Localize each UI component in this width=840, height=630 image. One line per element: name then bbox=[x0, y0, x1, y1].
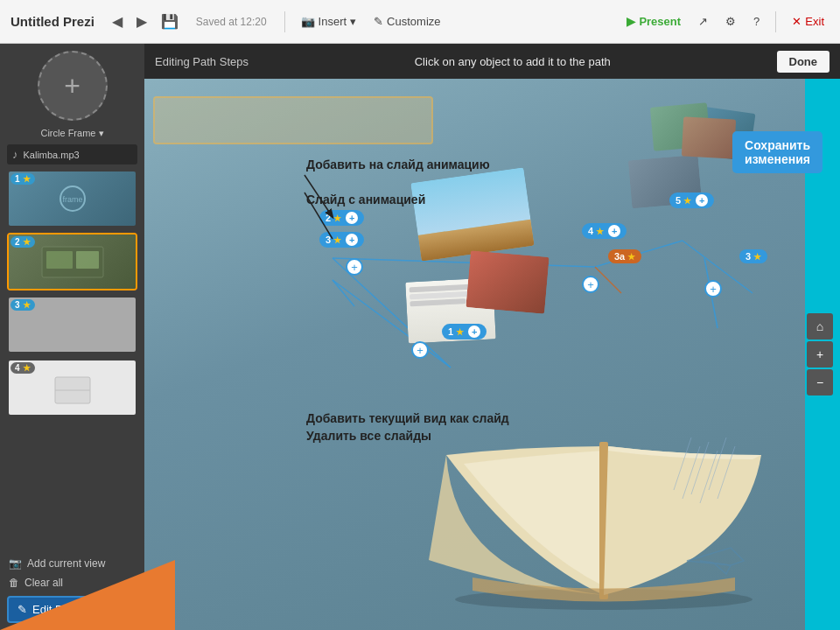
present-play-icon: ▶ bbox=[626, 15, 635, 28]
svg-line-17 bbox=[332, 258, 595, 267]
save-status: Saved at 12:20 bbox=[196, 16, 267, 28]
music-icon: ♪ bbox=[12, 148, 18, 161]
highlight-box-1 bbox=[153, 96, 433, 144]
share-button[interactable]: ↗ bbox=[693, 11, 713, 32]
settings-button[interactable]: ⚙ bbox=[720, 11, 741, 32]
plus-icon: + bbox=[64, 70, 80, 102]
node-2-num: 2 bbox=[326, 213, 331, 223]
redo-button[interactable]: ▶ bbox=[133, 11, 150, 32]
node-3r-star: ★ bbox=[753, 252, 761, 262]
node-3-num: 3 bbox=[326, 234, 331, 245]
path-plus-3[interactable]: + bbox=[704, 280, 722, 298]
insert-icon: 📷 bbox=[301, 15, 315, 28]
canvas-nav: ⌂ + − bbox=[807, 313, 833, 396]
sidebar: + Circle Frame ▾ ♪ Kalimba.mp3 1 ★ frame bbox=[0, 44, 144, 630]
airplane-sketch bbox=[682, 543, 752, 582]
separator bbox=[284, 11, 285, 32]
frame-label: Circle Frame ▾ bbox=[7, 128, 137, 139]
slide-item-3[interactable]: 3 ★ bbox=[7, 296, 137, 354]
help-button[interactable]: ? bbox=[748, 11, 765, 32]
main-layout: + Circle Frame ▾ ♪ Kalimba.mp3 1 ★ frame bbox=[0, 44, 840, 630]
star-icon-2: ★ bbox=[23, 237, 31, 247]
node-3-plus[interactable]: + bbox=[346, 234, 358, 246]
star-icon-3: ★ bbox=[23, 300, 31, 310]
path-node-3a[interactable]: 3a ★ bbox=[608, 249, 641, 263]
help-icon: ? bbox=[753, 15, 760, 28]
path-node-3[interactable]: 3 ★ + bbox=[319, 232, 364, 248]
path-plus-4[interactable]: + bbox=[411, 341, 429, 359]
insert-button[interactable]: 📷 Insert ▾ bbox=[296, 11, 362, 32]
annotation-slide-animation: Слайд с анимацией bbox=[306, 192, 425, 206]
slide-item-1[interactable]: 1 ★ frame bbox=[7, 170, 137, 228]
svg-line-15 bbox=[731, 548, 744, 561]
path-plus-2[interactable]: + bbox=[582, 276, 599, 293]
node-5-num: 5 bbox=[676, 195, 681, 206]
star-icon-1: ★ bbox=[23, 174, 31, 184]
path-plus-1[interactable]: + bbox=[346, 258, 363, 276]
save-button[interactable]: 💾 bbox=[158, 11, 182, 32]
node-4-plus[interactable]: + bbox=[608, 225, 620, 237]
svg-line-21 bbox=[595, 267, 621, 293]
svg-text:frame: frame bbox=[62, 195, 82, 204]
audio-filename: Kalimba.mp3 bbox=[24, 150, 80, 160]
audio-bar[interactable]: ♪ Kalimba.mp3 bbox=[7, 144, 137, 164]
slide-num-2: 2 bbox=[15, 237, 20, 247]
canvas-zoom-out-button[interactable]: − bbox=[807, 369, 833, 396]
star-icon-4: ★ bbox=[23, 363, 31, 373]
canvas-zoom-in-button[interactable]: + bbox=[807, 341, 833, 368]
gear-icon: ⚙ bbox=[725, 15, 736, 28]
node-4-star: ★ bbox=[596, 227, 604, 236]
node-1-star: ★ bbox=[456, 327, 464, 337]
done-button[interactable]: Done bbox=[777, 51, 830, 73]
slide-badge-1: 1 ★ bbox=[10, 173, 35, 185]
node-5-plus[interactable]: + bbox=[696, 194, 708, 206]
undo-button[interactable]: ◀ bbox=[108, 11, 126, 32]
slide-badge-3: 3 ★ bbox=[10, 299, 35, 311]
path-node-2[interactable]: 2 ★ + bbox=[319, 210, 364, 226]
separator2 bbox=[775, 11, 776, 32]
slide-item-2[interactable]: 2 ★ bbox=[7, 233, 137, 290]
slide-num-1: 1 bbox=[15, 174, 20, 184]
topbar: Untitled Prezi ◀ ▶ 💾 Saved at 12:20 📷 In… bbox=[0, 0, 840, 44]
path-node-3r[interactable]: 3 ★ bbox=[739, 249, 767, 263]
canvas-home-button[interactable]: ⌂ bbox=[807, 313, 833, 340]
customize-icon: ✎ bbox=[374, 15, 383, 28]
annotation-delete-all: Удалить все слайды bbox=[306, 429, 431, 443]
path-bar-hint: Click on any object to add it to the pat… bbox=[248, 55, 777, 68]
node-3r-num: 3 bbox=[746, 251, 751, 262]
frame-dropdown-icon: ▾ bbox=[99, 128, 104, 138]
node-1-plus[interactable]: + bbox=[468, 326, 480, 338]
slide-badge-2: 2 ★ bbox=[10, 236, 35, 248]
node-3a-star: ★ bbox=[627, 252, 635, 262]
customize-button[interactable]: ✎ Customize bbox=[368, 11, 445, 32]
annotation-add-animation: Добавить на слайд анимацию bbox=[306, 158, 490, 172]
node-3-star: ★ bbox=[333, 235, 341, 245]
canvas-thumb-photo[interactable] bbox=[466, 250, 549, 314]
app-title: Untitled Prezi bbox=[10, 14, 94, 29]
slide-num-4: 4 bbox=[15, 363, 20, 373]
svg-rect-3 bbox=[46, 251, 73, 269]
node-2-star: ★ bbox=[333, 214, 341, 223]
add-frame-button[interactable]: + bbox=[38, 51, 108, 121]
canvas-area[interactable]: Editing Path Steps Click on any object t… bbox=[144, 44, 840, 630]
path-node-1[interactable]: 1 ★ + bbox=[442, 324, 486, 340]
node-2-plus[interactable]: + bbox=[346, 212, 358, 224]
node-1-num: 1 bbox=[448, 326, 453, 337]
insert-arrow: ▾ bbox=[350, 15, 356, 28]
present-button[interactable]: ▶ Present bbox=[621, 11, 686, 32]
path-node-4[interactable]: 4 ★ + bbox=[582, 223, 626, 239]
node-5-star: ★ bbox=[683, 196, 691, 206]
path-bar-label: Editing Path Steps bbox=[155, 55, 248, 68]
svg-line-20 bbox=[332, 280, 354, 306]
slide-item-4[interactable]: 4 ★ bbox=[7, 359, 137, 416]
exit-x-icon: ✕ bbox=[792, 15, 802, 28]
path-node-5[interactable]: 5 ★ + bbox=[669, 192, 714, 208]
slide-num-3: 3 bbox=[15, 300, 20, 310]
node-3a-num: 3a bbox=[614, 251, 625, 262]
exit-button[interactable]: ✕ Exit bbox=[787, 11, 830, 32]
canvas-thumb-sky[interactable] bbox=[410, 167, 534, 261]
svg-rect-4 bbox=[76, 251, 99, 269]
path-bar: Editing Path Steps Click on any object t… bbox=[144, 44, 840, 79]
share-icon: ↗ bbox=[698, 15, 708, 28]
bottom-triangle-decoration bbox=[0, 560, 175, 630]
